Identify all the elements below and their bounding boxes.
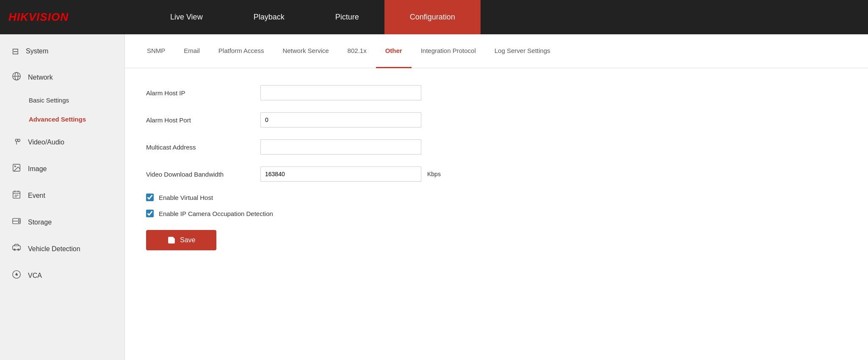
svg-point-21 [16,274,17,275]
content-area: SNMP Email Platform Access Network Servi… [125,34,868,360]
sidebar-item-event[interactable]: Event [0,182,124,209]
vca-icon [12,270,21,281]
sidebar-item-video-audio[interactable]: Video/Audio [0,129,124,155]
sidebar-label-image: Image [28,165,47,173]
sidebar-item-vca[interactable]: VCA [0,262,124,289]
tab-email[interactable]: Email [174,35,209,68]
nav-playback[interactable]: Playback [228,0,310,34]
enable-ip-camera-row: Enable IP Camera Occupation Detection [146,210,847,217]
enable-virtual-host-label: Enable Virtual Host [159,194,213,201]
video-download-bandwidth-row: Video Download Bandwidth Kbps [146,166,847,182]
svg-point-6 [14,166,16,167]
form-area: Alarm Host IP Alarm Host Port Multicast … [125,68,868,360]
svg-point-16 [19,222,19,223]
sidebar-label-storage: Storage [28,219,52,226]
tab-802-1x[interactable]: 802.1x [338,35,376,68]
event-icon [12,190,21,201]
tab-other[interactable]: Other [376,35,412,68]
sidebar-label-advanced-settings: Advanced Settings [29,116,86,123]
sidebar-item-vehicle-detection[interactable]: Vehicle Detection [0,235,124,262]
main-layout: ⊟ System Network Basic Settings Advanced… [0,34,868,360]
storage-icon [12,216,21,228]
tab-integration-protocol[interactable]: Integration Protocol [412,35,485,68]
tab-log-server-settings[interactable]: Log Server Settings [485,35,560,68]
system-icon: ⊟ [12,46,19,56]
top-nav: HIKVISION Live View Playback Picture Con… [0,0,868,34]
alarm-host-port-row: Alarm Host Port [146,112,847,127]
sidebar-label-basic-settings: Basic Settings [29,97,69,104]
bandwidth-unit: Kbps [427,171,441,177]
tab-snmp[interactable]: SNMP [138,35,174,68]
sidebar-label-vca: VCA [28,272,42,280]
vehicle-detection-icon [12,243,21,255]
multicast-address-row: Multicast Address [146,139,847,155]
tab-platform-access[interactable]: Platform Access [209,35,274,68]
video-download-bandwidth-input[interactable] [260,166,421,182]
video-download-bandwidth-label: Video Download Bandwidth [146,171,260,178]
logo-hik: HIK [8,11,29,23]
tab-network-service[interactable]: Network Service [273,35,338,68]
alarm-host-ip-label: Alarm Host IP [146,89,260,97]
nav-live-view[interactable]: Live View [145,0,228,34]
sidebar-label-vehicle-detection: Vehicle Detection [28,245,80,253]
svg-point-4 [18,139,20,141]
alarm-host-ip-row: Alarm Host IP [146,85,847,100]
sidebar-item-image[interactable]: Image [0,155,124,182]
multicast-address-input[interactable] [260,139,421,155]
nav-bar: Live View Playback Picture Configuration [145,0,481,34]
save-button[interactable]: Save [146,230,216,250]
network-icon [12,72,21,83]
sidebar: ⊟ System Network Basic Settings Advanced… [0,34,125,360]
sidebar-label-event: Event [28,192,45,199]
alarm-host-ip-input[interactable] [260,85,421,100]
sidebar-item-basic-settings[interactable]: Basic Settings [0,91,124,110]
nav-picture[interactable]: Picture [310,0,384,34]
nav-configuration[interactable]: Configuration [384,0,481,34]
enable-virtual-host-checkbox[interactable] [146,194,154,201]
logo: HIKVISION [8,11,69,24]
svg-point-15 [19,219,19,220]
svg-rect-7 [13,191,20,199]
alarm-host-port-input[interactable] [260,112,421,127]
enable-ip-camera-label: Enable IP Camera Occupation Detection [159,210,273,217]
enable-virtual-host-row: Enable Virtual Host [146,194,847,201]
enable-ip-camera-checkbox[interactable] [146,210,154,217]
sidebar-item-advanced-settings[interactable]: Advanced Settings [0,110,124,129]
alarm-host-port-label: Alarm Host Port [146,116,260,124]
sidebar-item-network[interactable]: Network [0,64,124,91]
sidebar-item-system[interactable]: ⊟ System [0,39,124,64]
sidebar-label-network: Network [28,74,53,81]
sidebar-label-system: System [26,47,48,55]
sidebar-item-storage[interactable]: Storage [0,209,124,235]
logo-vision: VISION [29,11,69,23]
save-icon [167,236,176,244]
tabs-bar: SNMP Email Platform Access Network Servi… [125,34,868,68]
video-audio-icon [12,136,21,148]
sidebar-label-video-audio: Video/Audio [28,138,64,146]
image-icon [12,163,21,174]
save-label: Save [180,236,195,244]
svg-point-3 [15,139,18,141]
multicast-address-label: Multicast Address [146,144,260,151]
